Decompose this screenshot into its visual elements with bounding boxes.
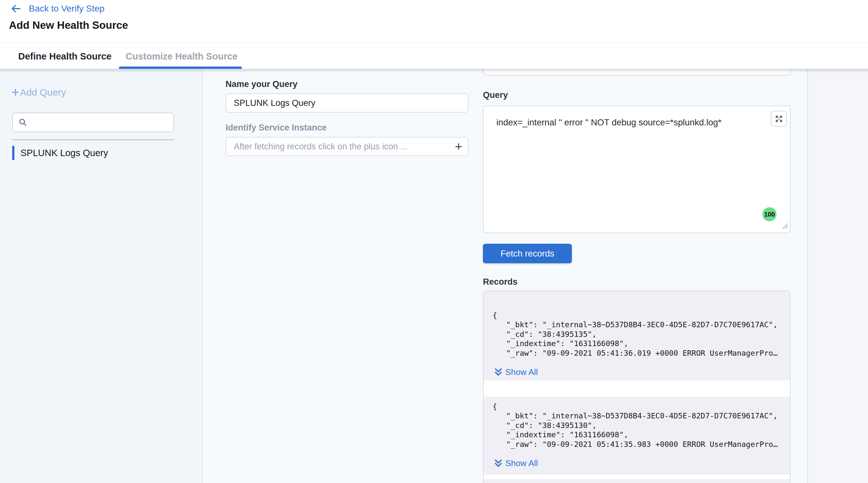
page-header: Back to Verify Step Add New Health Sourc… [0, 0, 868, 69]
sidebar-item-splunk-logs-query[interactable]: SPLUNK Logs Query [12, 146, 191, 160]
header-divider [0, 42, 868, 43]
record-json: { "_bkt": "_internal~38~D537D8B4-3EC0-4D… [493, 402, 777, 449]
record-json: { "_bkt": "_internal~38~D537D8B4-3EC0-4D… [493, 311, 777, 358]
query-search-box [12, 113, 174, 132]
double-chevron-down-icon [494, 367, 502, 376]
fetch-records-button[interactable]: Fetch records [483, 244, 572, 263]
record-card-clipped [484, 479, 790, 483]
add-query-label: Add Query [20, 85, 66, 100]
service-instance-input[interactable] [226, 138, 450, 155]
expand-query-button[interactable] [771, 111, 787, 127]
name-your-query-label: Name your Query [225, 79, 298, 90]
query-textarea[interactable]: index=_internal " error " NOT debug sour… [483, 105, 790, 233]
query-name-field-wrap [225, 93, 469, 113]
active-tab-indicator [119, 66, 242, 69]
show-all-label: Show All [505, 366, 538, 378]
search-icon [19, 118, 27, 127]
query-item-label: SPLUNK Logs Query [21, 146, 108, 160]
right-gutter [808, 69, 868, 483]
tab-customize-health-source[interactable]: Customize Health Source [126, 48, 238, 65]
identify-service-instance-label: Identify Service Instance [225, 122, 327, 133]
add-health-source-page: Back to Verify Step Add New Health Sourc… [0, 0, 868, 483]
query-name-input[interactable] [226, 94, 468, 112]
record-card: { "_bkt": "_internal~38~D537D8B4-3EC0-4D… [484, 291, 790, 380]
record-card: { "_bkt": "_internal~38~D537D8B4-3EC0-4D… [484, 397, 790, 475]
tab-define-health-source[interactable]: Define Health Source [18, 48, 112, 65]
sidebar-list-divider [12, 140, 174, 140]
query-length-badge: 100 [763, 207, 777, 221]
double-chevron-down-icon [494, 459, 502, 467]
page-title: Add New Health Source [9, 18, 128, 33]
back-arrow-icon [11, 3, 22, 14]
show-all-link[interactable]: Show All [494, 457, 538, 469]
back-to-verify-link[interactable]: Back to Verify Step [11, 3, 104, 15]
textarea-resize-handle[interactable] [782, 223, 788, 231]
service-instance-field-wrap: + [225, 137, 469, 156]
plus-icon: + [11, 86, 20, 99]
records-panel: { "_bkt": "_internal~38~D537D8B4-3EC0-4D… [483, 291, 790, 483]
add-service-instance-plus-icon[interactable]: + [450, 138, 468, 155]
records-label: Records [483, 276, 518, 287]
query-label: Query [483, 90, 508, 100]
show-all-link[interactable]: Show All [494, 366, 538, 378]
expand-icon [775, 115, 783, 123]
show-all-label: Show All [505, 457, 538, 469]
selected-indicator-bar [12, 146, 14, 160]
back-link-label: Back to Verify Step [29, 3, 104, 15]
query-text-value: index=_internal " error " NOT debug sour… [496, 117, 721, 128]
add-query-button[interactable]: + Add Query [11, 85, 66, 100]
search-input[interactable] [31, 114, 169, 131]
